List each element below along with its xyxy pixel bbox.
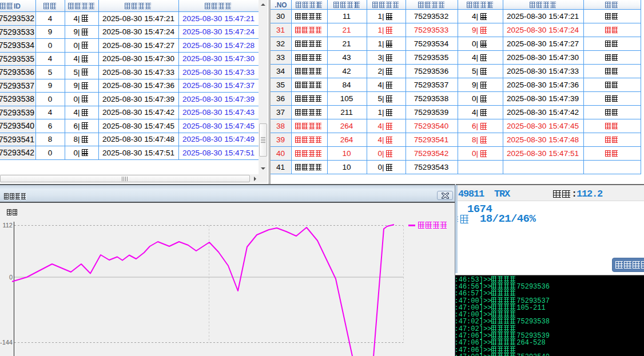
svg-text:0: 0: [9, 274, 13, 281]
svg-text:112: 112: [2, 222, 13, 229]
svg-text:-144: -144: [0, 339, 13, 346]
